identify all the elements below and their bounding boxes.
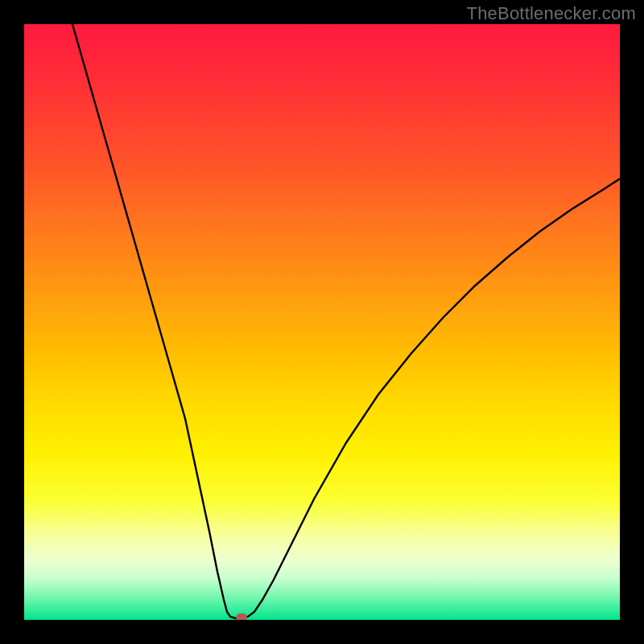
chart-frame (0, 0, 644, 644)
curve-path (72, 24, 620, 618)
watermark-text: TheBottlenecker.com (467, 3, 636, 24)
bottleneck-curve (24, 24, 620, 620)
plot-area (24, 24, 620, 620)
optimal-point-marker (236, 613, 247, 620)
